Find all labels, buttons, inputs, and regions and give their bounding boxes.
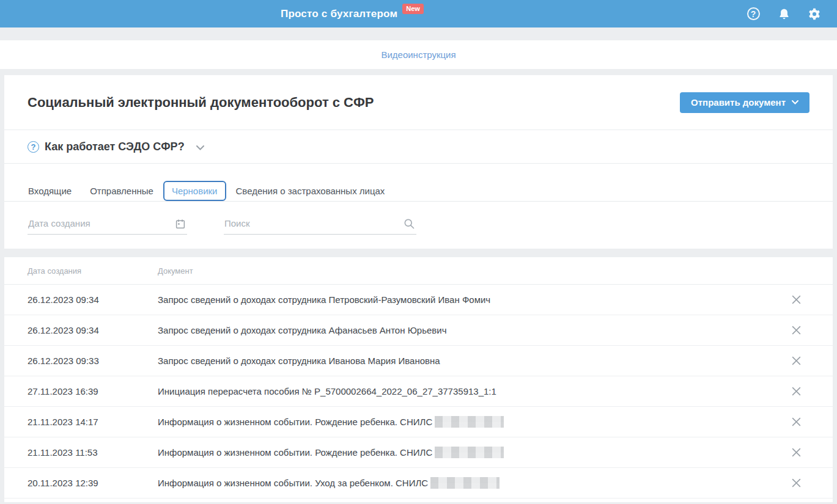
redacted-snils-block (430, 477, 500, 489)
date-filter-field (28, 213, 187, 235)
row-document: Запрос сведений о доходах сотрудника Ива… (158, 356, 759, 366)
tab[interactable]: Черновики (163, 181, 226, 201)
drafts-table-card: Дата создания Документ 26.12.2023 09:34 … (4, 257, 833, 502)
close-icon[interactable] (759, 295, 833, 304)
close-icon[interactable] (759, 387, 833, 396)
table-row[interactable]: 27.11.2023 16:39 Инициация перерасчета п… (4, 376, 833, 407)
tab[interactable]: Отправленные (81, 181, 162, 201)
row-document: Запрос сведений о доходах сотрудника Афа… (158, 325, 759, 335)
video-instruction-bar: Видеоинструкция (0, 40, 837, 69)
new-badge: New (402, 4, 424, 14)
row-document-text: Запрос сведений о доходах сотрудника Ива… (158, 356, 440, 366)
close-icon[interactable] (759, 478, 833, 488)
row-date: 27.11.2023 16:39 (28, 386, 158, 396)
help-icon-glyph: ? (747, 7, 760, 20)
row-document-text: Запрос сведений о доходах сотрудника Пет… (158, 294, 490, 305)
calendar-icon[interactable] (175, 218, 186, 230)
table-header-row: Дата создания Документ (4, 257, 833, 285)
question-circle-icon: ? (28, 141, 39, 153)
column-header-date: Дата создания (28, 266, 158, 276)
search-icon (403, 217, 415, 230)
row-document: Запрос сведений о доходах сотрудника Пет… (158, 294, 759, 305)
search-filter-field (224, 213, 416, 235)
row-document-text: Информация о жизненном событии. Рождение… (158, 447, 432, 458)
row-document-text: Запрос сведений о доходах сотрудника Афа… (158, 325, 446, 335)
chevron-down-icon (792, 100, 798, 104)
tab[interactable]: Сведения о застрахованных лицах (227, 181, 394, 201)
table-row[interactable]: 26.12.2023 09:34 Запрос сведений о доход… (4, 285, 833, 315)
row-date: 21.11.2023 11:53 (28, 447, 158, 458)
table-row[interactable]: 20.11.2023 12:39 Информация о жизненном … (4, 468, 833, 499)
column-header-document: Документ (158, 266, 759, 276)
row-document: Информация о жизненном событии. Рождение… (158, 416, 759, 428)
app-header: Просто с бухгалтером New ? (0, 0, 837, 27)
close-icon[interactable] (759, 326, 833, 335)
row-document-text: Инициация перерасчета пособия № Р_570000… (158, 386, 496, 396)
row-date: 26.12.2023 09:34 (28, 294, 158, 305)
help-icon[interactable]: ? (747, 7, 760, 21)
filters-row (4, 202, 833, 249)
send-document-label: Отправить документ (691, 97, 786, 108)
table-row[interactable]: 21.11.2023 11:53 Информация о жизненном … (4, 437, 833, 468)
send-document-button[interactable]: Отправить документ (680, 92, 809, 113)
row-date: 26.12.2023 09:34 (28, 325, 158, 335)
app-title-group: Просто с бухгалтером New (281, 0, 424, 27)
row-date: 21.11.2023 14:17 (28, 417, 158, 427)
close-icon[interactable] (759, 356, 833, 365)
video-instruction-link[interactable]: Видеоинструкция (381, 49, 455, 60)
tab-bar: Входящие Отправленные Черновики Сведения… (4, 164, 833, 202)
row-document: Информация о жизненном событии. Рождение… (158, 447, 759, 458)
row-document-text: Информация о жизненном событии. Уход за … (158, 478, 428, 488)
table-row[interactable]: 26.12.2023 09:34 Запрос сведений о доход… (4, 315, 833, 346)
search-input[interactable] (224, 213, 416, 235)
app-title: Просто с бухгалтером (281, 8, 397, 20)
gear-icon[interactable] (808, 7, 821, 21)
tab[interactable]: Входящие (20, 181, 80, 201)
table-row[interactable]: 26.12.2023 09:33 Запрос сведений о доход… (4, 346, 833, 376)
page-head: Социальный электронный документооборот с… (4, 75, 833, 130)
table-body: 26.12.2023 09:34 Запрос сведений о доход… (4, 285, 833, 499)
redacted-snils-block (435, 416, 504, 428)
redacted-snils-block (435, 447, 504, 458)
page-title: Социальный электронный документооборот с… (28, 95, 374, 111)
row-document: Информация о жизненном событии. Уход за … (158, 477, 759, 489)
date-created-input[interactable] (28, 213, 187, 235)
how-it-works-label: Как работает СЭДО СФР? (45, 141, 185, 153)
chevron-down-icon (196, 145, 204, 150)
bell-icon[interactable] (777, 7, 791, 21)
row-date: 20.11.2023 12:39 (28, 478, 158, 488)
main-card: Социальный электронный документооборот с… (4, 75, 833, 249)
row-document: Инициация перерасчета пособия № Р_570000… (158, 386, 759, 396)
how-it-works-row[interactable]: ? Как работает СЭДО СФР? (4, 130, 833, 164)
row-date: 26.12.2023 09:33 (28, 356, 158, 366)
row-document-text: Информация о жизненном событии. Рождение… (158, 417, 432, 427)
close-icon[interactable] (759, 448, 833, 457)
header-icons: ? (747, 7, 837, 21)
table-row[interactable]: 21.11.2023 14:17 Информация о жизненном … (4, 407, 833, 437)
close-icon[interactable] (759, 417, 833, 426)
